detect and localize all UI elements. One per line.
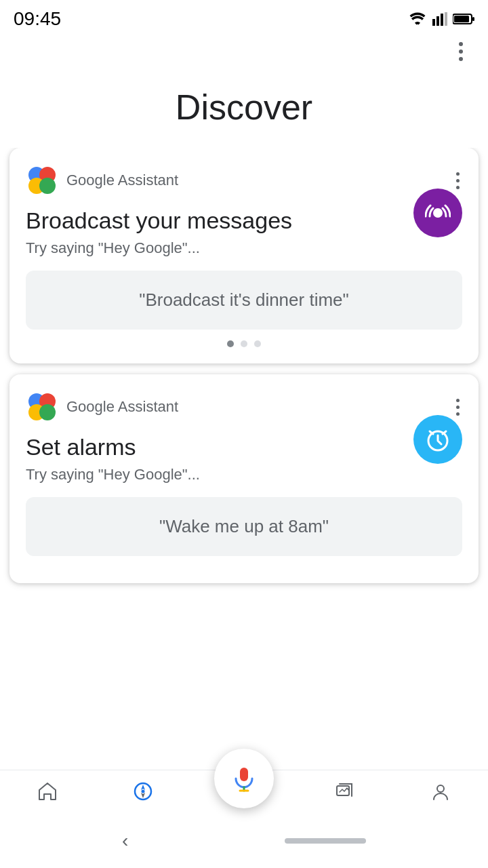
svg-point-10 [39,178,56,194]
svg-rect-6 [472,17,474,21]
wifi-icon [408,12,427,26]
alarms-example-text: "Wake me up at 8am" [159,516,329,536]
svg-rect-1 [436,16,439,26]
cards-container: Google Assistant Broadcast your messages… [0,148,488,770]
system-nav: ‹ [0,814,488,868]
card-header-2: Google Assistant [26,391,462,423]
broadcast-example-text: "Broadcast it's dinner time" [139,290,349,310]
svg-point-11 [433,208,443,218]
card-source-1: Google Assistant [66,172,178,189]
mic-fab-button[interactable] [214,749,274,808]
alarms-card-title: Set alarms [26,434,462,460]
broadcast-dots-indicator [26,340,462,347]
card-source-2: Google Assistant [66,398,178,416]
card-header-left: Google Assistant [26,164,178,197]
dot-1-active [227,340,234,347]
card-header: Google Assistant [26,164,462,197]
svg-rect-2 [441,14,443,26]
bottom-nav [0,770,488,814]
google-assistant-logo-2 [26,391,58,423]
alarm-icon [425,427,451,452]
broadcast-card-subtitle: Try saying "Hey Google"... [26,239,462,257]
dot-1-2 [241,340,247,347]
broadcast-example-box: "Broadcast it's dinner time" [26,271,462,330]
svg-point-18 [141,790,144,793]
card-more-options-1[interactable] [453,170,462,192]
nav-collections[interactable] [321,778,369,804]
alarm-icon-circle [413,415,462,464]
alarms-example-box: "Wake me up at 8am" [26,497,462,556]
nav-discover[interactable] [119,778,167,804]
status-bar: 09:45 [0,0,488,35]
mic-icon [230,765,258,792]
broadcast-card: Google Assistant Broadcast your messages… [9,148,479,363]
alarms-card: Google Assistant Set alarms Try saying "… [9,374,479,583]
svg-rect-0 [432,19,435,26]
compass-icon [133,781,153,802]
person-icon [430,781,451,802]
back-button[interactable]: ‹ [122,830,128,852]
more-options-icon [459,42,463,61]
more-options-button[interactable] [447,38,474,65]
collections-icon [335,781,355,802]
google-assistant-logo [26,164,58,197]
alarms-card-subtitle: Try saying "Hey Google"... [26,466,462,484]
svg-point-15 [39,404,56,420]
dot-1-3 [254,340,261,347]
svg-rect-5 [454,16,469,22]
svg-marker-19 [141,785,145,790]
status-time: 09:45 [14,8,61,30]
signal-icon [432,12,447,26]
svg-point-22 [437,785,444,792]
svg-rect-23 [240,768,248,781]
top-bar [0,35,488,73]
broadcast-icon [425,200,451,226]
card-more-options-2[interactable] [453,396,462,418]
nav-home[interactable] [24,778,71,804]
page-title: Discover [0,73,488,148]
svg-marker-20 [141,793,145,798]
broadcast-icon-circle [413,189,462,237]
card-header-left-2: Google Assistant [26,391,178,423]
home-pill[interactable] [285,838,366,844]
svg-rect-3 [445,12,447,26]
status-icons [408,12,474,26]
battery-icon [453,13,474,25]
nav-profile[interactable] [417,778,464,804]
broadcast-card-title: Broadcast your messages [26,208,462,234]
home-icon [37,781,58,802]
